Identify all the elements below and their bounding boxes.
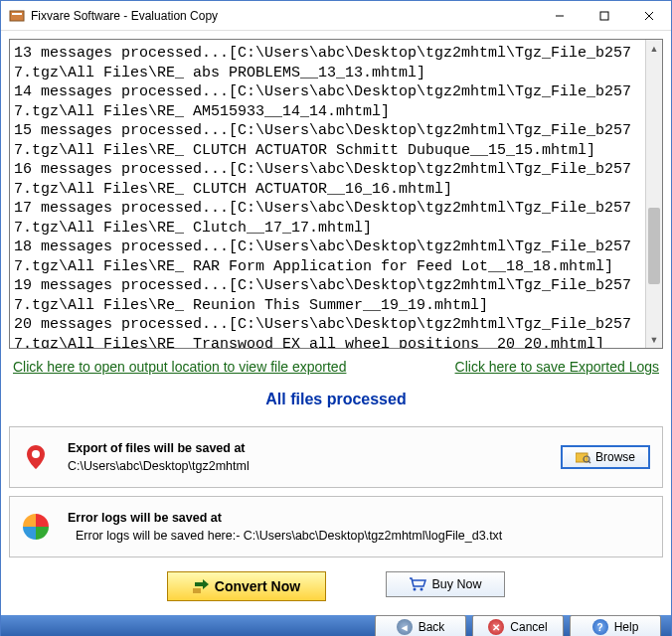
folder-search-icon — [576, 450, 591, 464]
links-row: Click here to open output location to vi… — [9, 349, 663, 385]
scroll-down-button[interactable]: ▼ — [646, 331, 662, 348]
browse-label: Browse — [595, 450, 635, 464]
log-line: 13 messages processed...[C:\Users\abc\De… — [14, 44, 641, 82]
log-line: 18 messages processed...[C:\Users\abc\De… — [14, 238, 641, 276]
svg-point-12 — [420, 588, 423, 591]
help-button[interactable]: ? Help — [570, 615, 661, 636]
svg-rect-0 — [10, 11, 24, 21]
maximize-button[interactable] — [582, 1, 626, 30]
svg-rect-7 — [576, 453, 588, 462]
cart-icon — [409, 577, 426, 591]
footer: ◄ Back ✕ Cancel ? Help — [1, 615, 671, 636]
save-logs-link[interactable]: Click here to save Exported Logs — [455, 359, 659, 375]
pie-chart-icon — [22, 513, 50, 541]
log-line: 15 messages processed...[C:\Users\abc\De… — [14, 121, 641, 160]
svg-rect-3 — [600, 12, 608, 20]
titlebar-text: Fixvare Software - Evaluation Copy — [31, 9, 537, 23]
convert-button[interactable]: Convert Now — [167, 571, 326, 601]
log-line: 20 messages processed...[C:\Users\abc\De… — [14, 315, 641, 348]
export-path-label: Export of files will be saved at — [68, 441, 561, 455]
cancel-x-icon: ✕ — [488, 619, 504, 635]
cancel-button[interactable]: ✕ Cancel — [472, 615, 564, 636]
scroll-thumb[interactable] — [648, 208, 660, 284]
svg-point-6 — [32, 450, 40, 458]
convert-icon — [193, 578, 211, 594]
log-wrapper: 13 messages processed...[C:\Users\abc\De… — [9, 39, 663, 349]
open-output-link[interactable]: Click here to open output location to vi… — [13, 359, 346, 375]
app-window: Fixvare Software - Evaluation Copy 13 me… — [0, 0, 672, 636]
error-log-panel: Error logs will be saved at Error logs w… — [9, 496, 663, 557]
help-question-icon: ? — [592, 619, 608, 635]
back-label: Back — [419, 620, 445, 634]
log-line: 17 messages processed...[C:\Users\abc\De… — [14, 199, 641, 238]
error-log-value: Error logs will be saved here:- C:\Users… — [68, 529, 650, 543]
log-line: 19 messages processed...[C:\Users\abc\De… — [14, 276, 641, 315]
log-line: 14 messages processed...[C:\Users\abc\De… — [14, 82, 641, 121]
buy-label: Buy Now — [431, 577, 481, 591]
action-row: Convert Now Buy Now — [9, 561, 663, 607]
location-pin-icon — [22, 443, 50, 471]
back-button[interactable]: ◄ Back — [375, 615, 466, 636]
svg-rect-10 — [193, 588, 201, 593]
scrollbar[interactable]: ▲ ▼ — [645, 40, 662, 348]
content: 13 messages processed...[C:\Users\abc\De… — [1, 31, 671, 615]
convert-label: Convert Now — [215, 578, 300, 594]
export-path-value: C:\Users\abc\Desktop\tgz2mhtml — [68, 459, 561, 473]
log-area[interactable]: 13 messages processed...[C:\Users\abc\De… — [10, 40, 645, 348]
cancel-label: Cancel — [510, 620, 547, 634]
svg-point-11 — [414, 588, 417, 591]
app-icon — [9, 8, 25, 24]
help-label: Help — [614, 620, 639, 634]
error-log-label: Error logs will be saved at — [68, 511, 650, 525]
buy-button[interactable]: Buy Now — [386, 571, 505, 597]
browse-button[interactable]: Browse — [561, 445, 650, 469]
back-arrow-icon: ◄ — [397, 619, 413, 635]
svg-rect-1 — [12, 13, 22, 15]
scroll-track[interactable] — [646, 57, 662, 331]
minimize-button[interactable] — [537, 1, 582, 30]
log-line: 16 messages processed...[C:\Users\abc\De… — [14, 160, 641, 199]
export-path-panel: Export of files will be saved at C:\User… — [9, 426, 663, 488]
close-button[interactable] — [626, 1, 671, 30]
svg-line-9 — [588, 461, 590, 463]
titlebar: Fixvare Software - Evaluation Copy — [1, 1, 671, 31]
scroll-up-button[interactable]: ▲ — [646, 40, 662, 57]
status-text: All files processed — [9, 385, 663, 422]
